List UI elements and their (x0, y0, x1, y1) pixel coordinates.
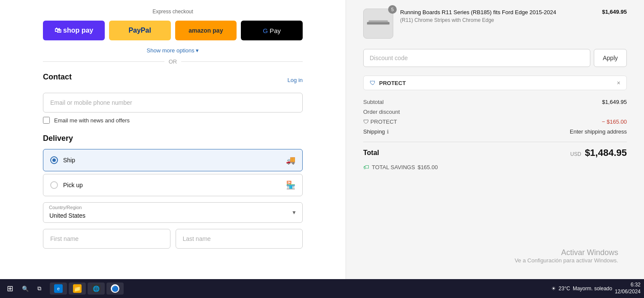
chrome-icon: 🔵 (111, 284, 119, 293)
taskbar-app-edge[interactable]: e (50, 283, 67, 295)
savings-icon: 🏷 (363, 164, 369, 170)
taskbar: ⊞ 🔍 ⧉ e 📁 🌐 🔵 ☀ 23°C Mayorm. soleado 6:3… (0, 279, 644, 298)
show-more-link[interactable]: Show more options ▾ (147, 47, 199, 54)
googlepay-icon: G Pay (263, 27, 281, 34)
subtotal-value: $1,649.95 (602, 99, 627, 105)
email-field[interactable] (43, 93, 303, 113)
protect-discount-row: 🛡 PROTECT − $165.00 (363, 119, 627, 125)
right-panel: 5 Running Boards R11 Series (RB185) fits… (346, 0, 644, 298)
info-icon[interactable]: ℹ (387, 129, 389, 135)
amazonpay-button[interactable]: amazon pay (175, 21, 237, 40)
shipping-row: Shipping ℹ Enter shipping address (363, 128, 627, 135)
protect-badge: 🛡 PROTECT × (363, 76, 627, 90)
taskbar-right: ☀ 23°C Mayorm. soleado 6:32 12/06/2024 (551, 282, 641, 295)
product-thumbnail (365, 15, 391, 32)
total-currency: USD (570, 151, 581, 157)
subtotal-row: Subtotal $1,649.95 (363, 99, 627, 105)
edge-icon: e (54, 284, 63, 293)
ship-option[interactable]: Ship 🚚 (43, 149, 303, 171)
first-name-field[interactable] (43, 229, 170, 249)
delivery-section: Delivery Ship 🚚 Pick up 🏪 Country/Region… (43, 134, 303, 249)
protect-close-icon[interactable]: × (617, 79, 620, 86)
activate-line1: Activar Windows (515, 248, 618, 257)
svg-rect-0 (367, 22, 390, 24)
ship-label: Ship (63, 157, 281, 164)
email-news-checkbox[interactable] (43, 117, 50, 124)
taskbar-temperature: 23°C (559, 286, 570, 292)
savings-label: TOTAL SAVINGS (372, 164, 415, 170)
shoppay-button[interactable]: 🛍 shop pay (43, 21, 105, 40)
shipping-label-wrap: Shipping ℹ (363, 128, 389, 135)
pickup-radio[interactable] (50, 181, 58, 189)
taskbar-time-value: 6:32 (615, 282, 641, 289)
contact-section: Contact Log in Email me with news and of… (43, 73, 303, 124)
taskbar-app-files[interactable]: 📁 (69, 283, 86, 295)
pickup-icon: 🏪 (286, 180, 295, 190)
paypal-button[interactable]: PayPal (109, 21, 171, 40)
taskbar-task-view-button[interactable]: ⧉ (34, 283, 45, 294)
protect-discount-label: 🛡 PROTECT (363, 119, 397, 125)
product-info: Running Boards R11 Series (RB185) fits F… (400, 9, 595, 23)
last-name-field[interactable] (176, 229, 303, 249)
apply-button[interactable]: Apply (594, 49, 627, 67)
total-amount: $1,484.95 (585, 147, 627, 158)
contact-title: Contact (43, 73, 72, 82)
taskbar-apps: e 📁 🌐 🔵 (46, 283, 550, 295)
taskbar-app-chrome[interactable]: 🔵 (106, 283, 124, 295)
delivery-title: Delivery (43, 134, 303, 143)
savings-amount: $165.00 (418, 164, 438, 170)
paypal-icon: PayPal (128, 27, 151, 34)
product-price: $1,649.95 (602, 9, 627, 15)
or-divider: OR (43, 58, 303, 65)
taskbar-clock: 6:32 12/06/2024 (615, 282, 641, 295)
order-summary: Subtotal $1,649.95 Order discount 🛡 PROT… (363, 99, 627, 135)
taskbar-weather-label: Mayorm. soleado (573, 286, 612, 292)
ship-radio[interactable] (50, 156, 58, 164)
show-more-options: Show more options ▾ (43, 46, 303, 54)
product-image-wrap: 5 (363, 9, 393, 39)
taskbar-search-icon: 🔍 (22, 286, 29, 292)
express-checkout-title: Express checkout (43, 9, 303, 15)
email-news-row: Email me with news and offers (43, 117, 303, 124)
pickup-label: Pick up (63, 182, 281, 189)
shipping-label: Shipping (363, 128, 385, 135)
product-image (363, 9, 393, 39)
shipping-value: Enter shipping address (570, 128, 627, 135)
svg-rect-1 (369, 21, 388, 23)
task-view-icon: ⧉ (37, 285, 41, 292)
savings-row: 🏷 TOTAL SAVINGS $165.00 (363, 164, 627, 170)
discount-code-input[interactable] (363, 49, 590, 67)
left-panel: Express checkout 🛍 shop pay PayPal amazo… (0, 0, 346, 298)
taskbar-search-button[interactable]: 🔍 (18, 284, 32, 294)
protect-discount-value: − $165.00 (602, 119, 627, 125)
pickup-option[interactable]: Pick up 🏪 (43, 174, 303, 196)
login-link[interactable]: Log in (288, 77, 303, 83)
product-variant: (R11) Chrome Stripes with Chrome Edge (400, 17, 595, 23)
discount-row: Apply (363, 49, 627, 67)
googlepay-button[interactable]: G Pay (241, 21, 303, 40)
product-row: 5 Running Boards R11 Series (RB185) fits… (363, 9, 627, 39)
product-name: Running Boards R11 Series (RB185) fits F… (400, 9, 595, 16)
activate-windows-watermark: Activar Windows Ve a Configuración para … (515, 248, 618, 264)
taskbar-app-browser[interactable]: 🌐 (88, 283, 105, 295)
order-discount-row: Order discount (363, 109, 627, 115)
activate-line2: Ve a Configuración para activar Windows. (515, 257, 618, 264)
taskbar-date-value: 12/06/2024 (615, 289, 641, 295)
taskbar-weather-icon: ☀ (551, 286, 556, 292)
subtotal-label: Subtotal (363, 99, 384, 105)
email-news-label[interactable]: Email me with news and offers (54, 117, 130, 124)
protect-label: PROTECT (379, 80, 614, 86)
total-divider (363, 142, 627, 142)
protect-shield-icon: 🛡 (370, 79, 376, 86)
amazonpay-icon: amazon pay (188, 27, 223, 34)
windows-start-button[interactable]: ⊞ (3, 282, 17, 295)
windows-logo-icon: ⊞ (7, 284, 13, 293)
country-select[interactable]: United States (43, 202, 303, 223)
country-wrapper: Country/Region United States ▼ (43, 202, 303, 223)
total-row: Total USD $1,484.95 (363, 147, 627, 158)
total-amount-wrap: USD $1,484.95 (570, 147, 627, 158)
order-discount-label: Order discount (363, 109, 400, 115)
shoppay-icon: 🛍 shop pay (55, 27, 94, 34)
name-row (43, 229, 303, 249)
total-label: Total (363, 149, 379, 157)
